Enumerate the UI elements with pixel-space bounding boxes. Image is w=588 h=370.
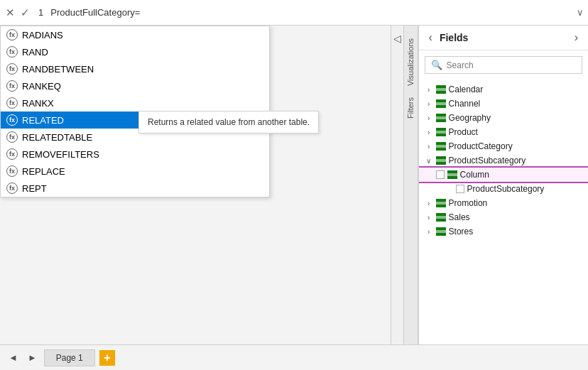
func-icon-randbetween: fx: [6, 63, 18, 75]
dropdown-item-radians[interactable]: fx RADIANS: [1, 26, 269, 43]
add-page-button[interactable]: +: [99, 350, 115, 366]
dropdown-label-relatedtable: RELATEDTABLE: [22, 132, 92, 143]
func-icon-rand: fx: [6, 46, 18, 58]
dropdown-label-radians: RADIANS: [22, 30, 63, 40]
dropdown-label-randbetween: RANDBETWEEN: [22, 64, 94, 75]
table-icon-column: [447, 170, 457, 179]
filter-panel-handle[interactable]: ◁: [391, 26, 403, 344]
tree-label-product: Product: [449, 127, 478, 137]
dropdown-label-rankeq: RANKEQ: [22, 81, 61, 92]
tree-item-productsubcategory-sub[interactable]: ProductSubcategory: [419, 182, 588, 196]
fields-panel-title: Fields: [440, 32, 567, 43]
table-icon-sales: [436, 213, 446, 222]
dropdown-label-related: RELATED: [22, 115, 64, 126]
tree-label-column: Column: [460, 170, 489, 180]
dropdown-item-rept[interactable]: fx REPT: [1, 180, 269, 197]
tooltip-text: Returns a related value from another tab…: [148, 117, 310, 127]
func-icon-rankeq: fx: [6, 80, 18, 92]
formula-expand-icon[interactable]: ∨: [577, 7, 584, 18]
tree-item-sales[interactable]: › Sales: [419, 210, 588, 224]
tree-item-promotion[interactable]: › Promotion: [419, 196, 588, 210]
func-icon-rankx: fx: [6, 97, 18, 109]
func-icon-removefilters: fx: [6, 148, 18, 160]
tree-label-geography: Geography: [449, 113, 491, 123]
table-icon-productcategory: [436, 142, 446, 151]
dropdown-label-rept: REPT: [22, 183, 47, 194]
dropdown-label-replace: REPLACE: [22, 166, 65, 177]
visualizations-tab[interactable]: Visualizations: [405, 33, 416, 92]
table-icon-stores: [436, 227, 446, 236]
func-icon-replace: fx: [6, 165, 18, 177]
fields-panel-back[interactable]: ‹: [426, 31, 435, 44]
chevron-icon: ›: [425, 100, 433, 108]
tree-label-productsubcategory: ProductSubcategory: [449, 156, 526, 165]
chevron-icon: ›: [425, 214, 433, 222]
func-icon-radians: fx: [6, 29, 18, 40]
close-icon[interactable]: ✕: [4, 5, 16, 21]
dropdown-item-removefilters[interactable]: fx REMOVEFILTERS: [1, 146, 269, 163]
tree-label-productsubcategory-sub: ProductSubcategory: [467, 184, 545, 194]
page-tab[interactable]: Page 1: [44, 349, 95, 366]
chevron-icon: ›: [425, 228, 433, 236]
tree-label-productcategory: ProductCategory: [449, 141, 513, 151]
dropdown-label-removefilters: REMOVEFILTERS: [22, 149, 99, 160]
fields-panel-forward[interactable]: ›: [572, 31, 581, 44]
left-panel: fx RADIANS fx RAND fx RANDBETWEEN fx RAN…: [0, 26, 418, 344]
tree-item-product[interactable]: › Product: [419, 125, 588, 139]
tree-label-channel: Channel: [449, 99, 481, 109]
filters-tab[interactable]: Filters: [405, 92, 416, 124]
tree-item-column[interactable]: Column: [419, 168, 588, 182]
dropdown-item-replace[interactable]: fx REPLACE: [1, 163, 269, 180]
search-icon: 🔍: [431, 60, 442, 70]
formula-bar-icons: ✕ ✓: [4, 5, 31, 21]
fields-search-box[interactable]: 🔍: [425, 56, 582, 74]
next-page-button[interactable]: ►: [25, 351, 40, 364]
tree-item-stores[interactable]: › Stores: [419, 224, 588, 239]
function-tooltip: Returns a related value from another tab…: [138, 111, 319, 134]
formula-line-number: 1: [36, 7, 46, 18]
tree-label-sales: Sales: [449, 212, 470, 222]
func-icon-rept: fx: [6, 183, 18, 194]
tree-item-calendar[interactable]: › Calendar: [419, 82, 588, 97]
chevron-icon: ›: [425, 129, 433, 136]
dropdown-label-rankx: RANKX: [22, 98, 54, 109]
table-icon-channel: [436, 99, 446, 108]
filter-arrow-icon: ◁: [393, 33, 401, 44]
tree-label-calendar: Calendar: [449, 85, 484, 94]
dropdown-item-randbetween[interactable]: fx RANDBETWEEN: [1, 60, 269, 77]
formula-input[interactable]: [50, 7, 572, 18]
dropdown-item-rand[interactable]: fx RAND: [1, 43, 269, 60]
main-content: fx RADIANS fx RAND fx RANDBETWEEN fx RAN…: [0, 26, 588, 344]
check-icon[interactable]: ✓: [19, 5, 31, 21]
tree-item-channel[interactable]: › Channel: [419, 97, 588, 111]
tree-label-promotion: Promotion: [449, 198, 488, 208]
fields-panel: ‹ Fields › 🔍 › Calendar › Channel ›: [418, 26, 588, 344]
fields-tree: › Calendar › Channel › Geography › Produ…: [419, 80, 588, 344]
chevron-down-icon: ∨: [425, 157, 433, 165]
table-icon-productsubcategory: [436, 156, 446, 165]
productsubcategory-sub-checkbox[interactable]: [456, 185, 464, 193]
dropdown-label-rand: RAND: [22, 47, 48, 58]
tree-item-geography[interactable]: › Geography: [419, 111, 588, 125]
fields-search-input[interactable]: [447, 60, 576, 70]
chevron-icon: ›: [425, 143, 433, 151]
table-icon-geography: [436, 114, 446, 122]
prev-page-button[interactable]: ◄: [6, 351, 21, 364]
dropdown-item-rankx[interactable]: fx RANKX: [1, 94, 269, 111]
func-icon-related: fx: [6, 114, 18, 126]
bottom-bar: ◄ ► Page 1 +: [0, 344, 588, 370]
chevron-icon: ›: [425, 86, 433, 94]
tree-item-productcategory[interactable]: › ProductCategory: [419, 139, 588, 153]
tree-item-productsubcategory[interactable]: ∨ ProductSubcategory: [419, 153, 588, 168]
table-icon-product: [436, 128, 446, 136]
dropdown-item-rankeq[interactable]: fx RANKEQ: [1, 77, 269, 94]
table-icon-promotion: [436, 199, 446, 207]
formula-bar: ✕ ✓ 1 ∨: [0, 0, 588, 26]
side-tabs-panel: Visualizations Filters: [403, 26, 418, 344]
func-icon-relatedtable: fx: [6, 131, 18, 143]
column-checkbox[interactable]: [436, 170, 445, 179]
tree-label-stores: Stores: [449, 227, 474, 236]
fields-panel-header: ‹ Fields ›: [419, 26, 588, 50]
table-icon-calendar: [436, 85, 446, 94]
chevron-icon: ›: [425, 200, 433, 207]
